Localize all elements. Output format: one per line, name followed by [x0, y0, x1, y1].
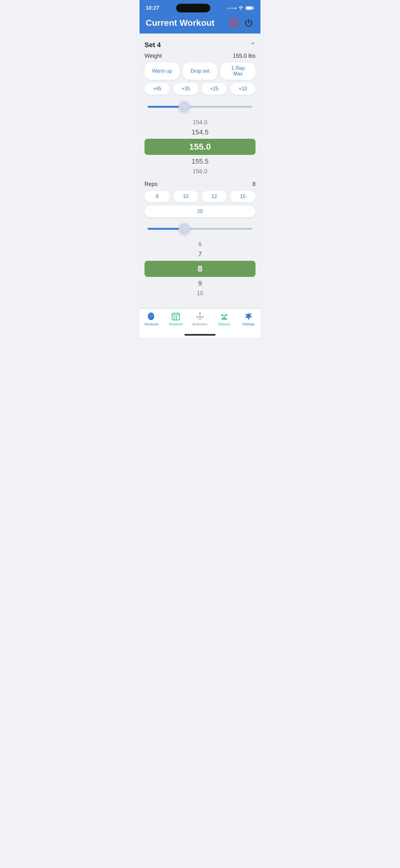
reps-picker-item: 6: [198, 240, 202, 249]
svg-point-16: [199, 313, 201, 314]
svg-rect-28: [222, 318, 224, 320]
tab-bar: Workouts Routines: [139, 308, 261, 332]
settings-label: Settings: [242, 322, 255, 326]
notch: [176, 4, 210, 12]
set-title: Set 4: [144, 41, 161, 49]
plus45-button[interactable]: +45: [144, 83, 170, 95]
weight-section: Weight 155.0 lbs Warm up Drop set 1 Rep …: [144, 53, 256, 176]
rep8-button[interactable]: 8: [144, 191, 170, 203]
weight-increment-buttons: +45 +35 +25 +10: [144, 83, 256, 95]
reps-picker-item: 9: [198, 278, 202, 289]
svg-line-19: [200, 318, 202, 320]
weight-type-buttons: Warm up Drop set 1 Rep Max: [144, 62, 256, 80]
svg-rect-27: [226, 314, 226, 316]
weight-label: Weight: [144, 53, 162, 59]
svg-rect-12: [174, 316, 175, 318]
status-icons: [227, 6, 254, 10]
weight-slider-container: [144, 98, 256, 115]
set-header: Set 4 ⌃: [144, 38, 256, 53]
close-button[interactable]: [228, 18, 239, 29]
routines-tab[interactable]: Routines: [164, 312, 188, 326]
svg-rect-29: [224, 317, 225, 320]
reports-label: Reports: [218, 322, 230, 326]
one-rep-max-button[interactable]: 1 Rep Max: [221, 62, 256, 80]
reps-section: Reps 8 8 10 12 15 20 6 7: [144, 181, 256, 298]
reps-slider-container: [144, 220, 256, 237]
plus25-button[interactable]: +25: [202, 83, 227, 95]
svg-rect-1: [246, 7, 252, 9]
svg-rect-26: [222, 314, 223, 316]
collapse-button[interactable]: ⌃: [250, 41, 256, 49]
svg-rect-21: [197, 316, 198, 318]
svg-rect-15: [176, 318, 177, 319]
svg-rect-2: [253, 7, 254, 9]
wifi-icon: [238, 6, 244, 10]
reports-icon: [220, 312, 229, 321]
rep10-button[interactable]: 10: [173, 191, 198, 203]
weight-value: 155.0 lbs: [233, 53, 256, 59]
status-bar: 10:27: [139, 0, 261, 15]
svg-rect-13: [176, 316, 177, 318]
status-time: 10:27: [146, 5, 159, 11]
reps-buttons: 8 10 12 15 20: [144, 191, 256, 217]
phone-container: 10:27 Current Workout: [139, 0, 261, 337]
svg-rect-11: [177, 313, 178, 314]
reports-tab[interactable]: Reports: [212, 312, 236, 326]
weight-slider-thumb[interactable]: [178, 101, 190, 113]
weight-picker-item: 156.0: [193, 167, 207, 176]
routines-label: Routines: [169, 322, 182, 326]
drop-set-button[interactable]: Drop set: [182, 62, 218, 80]
svg-line-18: [198, 318, 200, 320]
exercises-icon: [195, 312, 205, 321]
svg-rect-14: [174, 318, 175, 319]
rep12-button[interactable]: 12: [202, 191, 227, 203]
power-icon: [244, 18, 254, 28]
page-title: Current Workout: [146, 18, 214, 28]
exercises-tab[interactable]: Exercises: [188, 312, 212, 326]
weight-picker[interactable]: 154.0 154.5 155.0 155.5 156.0: [144, 118, 256, 176]
weight-picker-selected: 155.0: [144, 139, 256, 155]
reps-slider-thumb[interactable]: [178, 223, 190, 235]
svg-rect-24: [222, 314, 222, 316]
warm-up-button[interactable]: Warm up: [144, 62, 179, 80]
weight-picker-item: 154.0: [193, 118, 207, 127]
signal-icon: [227, 7, 236, 9]
settings-icon: [244, 312, 253, 321]
exercises-label: Exercises: [193, 322, 207, 326]
rep20-button[interactable]: 20: [144, 206, 256, 217]
svg-rect-22: [202, 316, 203, 318]
weight-slider-track[interactable]: [147, 106, 253, 108]
svg-rect-25: [226, 314, 227, 316]
weight-label-row: Weight 155.0 lbs: [144, 53, 256, 59]
plus10-button[interactable]: +10: [230, 83, 256, 95]
main-content: Set 4 ⌃ Weight 155.0 lbs Warm up Drop se…: [139, 34, 261, 308]
battery-icon: [245, 6, 254, 10]
header: Current Workout: [139, 15, 261, 34]
svg-rect-30: [226, 318, 227, 320]
svg-rect-10: [174, 313, 174, 314]
home-indicator: [185, 334, 215, 336]
reps-value: 8: [253, 181, 256, 187]
reps-label-row: Reps 8: [144, 181, 256, 187]
rep15-button[interactable]: 15: [230, 191, 256, 203]
home-indicator-bar: [139, 332, 261, 337]
settings-tab[interactable]: Settings: [236, 312, 261, 326]
reps-picker-item: 10: [197, 289, 203, 298]
reps-picker[interactable]: 6 7 8 9 10: [144, 240, 256, 298]
weight-picker-item: 155.5: [191, 156, 208, 167]
weight-picker-item: 154.5: [191, 127, 208, 137]
workouts-icon: [147, 312, 156, 321]
reps-picker-item: 7: [198, 249, 202, 259]
workouts-tab[interactable]: Workouts: [139, 312, 164, 326]
reps-label: Reps: [144, 181, 158, 187]
header-actions: [228, 18, 254, 29]
routines-icon: [171, 312, 180, 321]
reps-slider-track[interactable]: [147, 228, 253, 230]
workouts-label: Workouts: [144, 322, 159, 326]
close-icon: [229, 18, 239, 28]
power-button[interactable]: [243, 18, 254, 29]
reps-picker-selected: 8: [144, 261, 256, 277]
plus35-button[interactable]: +35: [173, 83, 198, 95]
